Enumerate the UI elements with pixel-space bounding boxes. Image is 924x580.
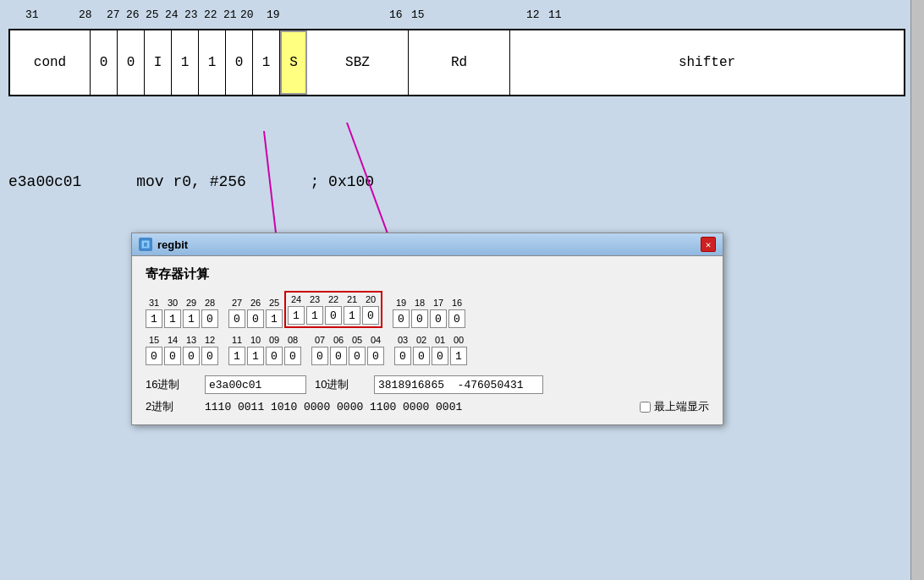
bit-col-01: 01 0 — [432, 335, 448, 365]
dialog-content: 寄存器计算 31 1 30 1 29 1 28 0 27 — [132, 256, 723, 424]
dec-label: 10进制 — [315, 377, 366, 392]
bit-col-25: 25 1 — [266, 298, 283, 328]
cell-bit0-1: 0 — [91, 30, 118, 95]
bit-col-30: 30 1 — [164, 298, 181, 328]
bit-col-28: 28 0 — [201, 298, 218, 328]
top-display-checkbox[interactable] — [640, 402, 651, 413]
bit-15: 15 — [411, 8, 425, 21]
bit-col-00: 00 1 — [450, 335, 467, 365]
bit-20: 20 — [240, 8, 254, 21]
bit-16: 16 — [389, 8, 403, 21]
cell-bit0-3: 0 — [226, 30, 253, 95]
cell-bit-S: S — [280, 30, 307, 95]
bit-23: 23 — [184, 8, 198, 21]
cell-SBZ: SBZ — [307, 30, 409, 95]
bit-27: 27 — [107, 8, 120, 21]
hex-input[interactable] — [205, 375, 306, 394]
bin-value: 1110 0011 1010 0000 0000 1100 0000 0001 — [205, 401, 462, 413]
bit-col-11: 11 1 — [228, 335, 245, 365]
instruction-table-area: 31 28 27 26 25 24 23 22 21 20 19 16 15 1… — [8, 8, 916, 96]
bit-11: 11 — [548, 8, 562, 21]
bit-21: 21 — [223, 8, 237, 21]
bit-col-22: 22 0 — [325, 294, 342, 325]
bit-col-03: 03 0 — [394, 335, 411, 365]
bit-col-16: 16 0 — [448, 298, 465, 328]
bit-col-14: 14 0 — [164, 335, 181, 365]
cell-bit1-1: 1 — [172, 30, 199, 95]
bin-label: 2进制 — [146, 399, 196, 414]
bit-col-23: 23 1 — [306, 294, 323, 325]
bit-19: 19 — [267, 8, 280, 21]
bit-col-21: 21 1 — [344, 294, 360, 325]
bit-22: 22 — [204, 8, 217, 21]
assembly-line: e3a00c01 mov r0, #256 ; 0x100 — [8, 173, 374, 190]
cell-bit1-3: 1 — [253, 30, 280, 95]
bit-28: 28 — [79, 8, 92, 21]
cell-Rd: Rd — [409, 30, 510, 95]
cell-bit-I: I — [145, 30, 172, 95]
lower-bits-row: 15 0 14 0 13 0 12 0 11 1 10 1 — [146, 335, 709, 365]
bit-31: 31 — [25, 8, 39, 21]
bit-25: 25 — [146, 8, 159, 21]
bit-col-02: 02 0 — [413, 335, 430, 365]
dec-input[interactable] — [374, 375, 543, 394]
bit-col-18: 18 0 — [411, 298, 428, 328]
bit-col-15: 15 0 — [146, 335, 162, 365]
upper-bits-row: 31 1 30 1 29 1 28 0 27 0 26 — [146, 291, 709, 328]
bit-col-17: 17 0 — [430, 298, 447, 328]
bit-col-24: 24 1 — [288, 294, 305, 325]
assembly-address: e3a00c01 — [8, 173, 81, 190]
bit-12: 12 — [526, 8, 540, 21]
cell-shifter: shifter — [510, 30, 904, 95]
dialog-app-icon: R — [139, 238, 152, 251]
bit-col-04: 04 0 — [367, 335, 384, 365]
cell-bit1-2: 1 — [199, 30, 226, 95]
bit-col-07: 07 0 — [311, 335, 328, 365]
regbit-dialog: R regbit ✕ 寄存器计算 31 1 30 1 29 1 28 — [131, 233, 723, 425]
dialog-close-button[interactable]: ✕ — [701, 237, 716, 252]
checkbox-label: 最上端显示 — [654, 399, 709, 414]
bit-col-26: 26 0 — [247, 298, 264, 328]
highlighted-bits-24-20: 24 1 23 1 22 0 21 1 20 0 — [284, 291, 382, 328]
bit-col-06: 06 0 — [330, 335, 347, 365]
bit-col-19: 19 0 — [393, 298, 410, 328]
bit-26: 26 — [126, 8, 140, 21]
bit-col-13: 13 0 — [183, 335, 200, 365]
instruction-encoding-table: cond 0 0 I 1 1 0 1 S SBZ Rd shifter — [8, 29, 905, 96]
cell-cond: cond — [10, 30, 91, 95]
dialog-titlebar: R regbit ✕ — [132, 233, 723, 256]
bit-col-09: 09 0 — [266, 335, 283, 365]
dialog-title-text: regbit — [157, 238, 188, 251]
bit-col-12: 12 0 — [201, 335, 218, 365]
assembly-instruction: mov r0, #256 — [136, 173, 246, 190]
checkbox-row: 最上端显示 — [640, 399, 709, 414]
bit-col-05: 05 0 — [349, 335, 366, 365]
cell-bit0-2: 0 — [118, 30, 145, 95]
hex-label: 16进制 — [146, 377, 196, 392]
bit-col-31: 31 1 — [146, 298, 162, 328]
bin-row: 2进制 1110 0011 1010 0000 0000 1100 0000 0… — [146, 399, 709, 414]
bit-24: 24 — [165, 8, 179, 21]
bit-col-29: 29 1 — [183, 298, 200, 328]
bit-col-10: 10 1 — [247, 335, 264, 365]
bit-col-20: 20 0 — [362, 294, 379, 325]
dialog-title-left: R regbit — [139, 238, 188, 251]
assembly-comment: ; 0x100 — [310, 173, 374, 190]
bit-col-27: 27 0 — [228, 298, 245, 328]
bit-col-08: 08 0 — [284, 335, 301, 365]
scrollbar[interactable] — [910, 0, 924, 580]
hex-row: 16进制 10进制 — [146, 375, 709, 394]
dialog-heading: 寄存器计算 — [146, 266, 709, 282]
